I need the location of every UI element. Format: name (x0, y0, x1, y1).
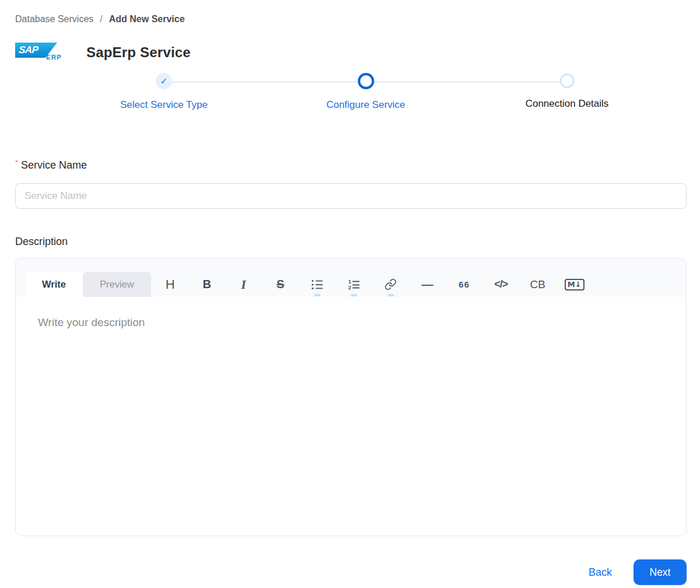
page-title: SapErp Service (86, 44, 191, 61)
ordered-list-button[interactable]: 1 2 (342, 273, 366, 296)
stepper: ✓ Select Service Type Configure Service … (15, 73, 687, 129)
description-label: Description (15, 236, 687, 248)
step-label-configure-service: Configure Service (326, 99, 405, 111)
step-label-select-service-type: Select Service Type (120, 99, 208, 111)
breadcrumb-separator: / (100, 14, 102, 24)
editor-toolbar: H B I S 1 2 (159, 272, 586, 297)
step-active-circle (358, 73, 374, 89)
tooltip-artifact (351, 294, 357, 296)
svg-text:2: 2 (348, 285, 351, 290)
markdown-button[interactable]: M↓ (563, 273, 586, 296)
bullet-list-icon (311, 278, 324, 291)
svg-text:1: 1 (348, 278, 351, 284)
footer-actions: Back Next (15, 559, 687, 585)
link-icon (384, 278, 397, 290)
service-name-input[interactable] (15, 183, 687, 209)
code-block-button[interactable]: CB (526, 273, 550, 296)
breadcrumb-add-new-service: Add New Service (109, 14, 185, 24)
breadcrumb-database-services[interactable]: Database Services (15, 14, 93, 24)
step-pending-circle (559, 74, 574, 88)
strikethrough-icon: S (276, 278, 284, 291)
italic-button[interactable]: I (232, 273, 256, 296)
required-asterisk: * (15, 158, 18, 167)
service-header: SAP ERP SapErp Service (15, 40, 687, 65)
step-configure-service: Configure Service (326, 73, 405, 111)
inline-code-icon: </> (494, 278, 508, 290)
step-select-service-type: ✓ Select Service Type (120, 73, 208, 111)
inline-code-button[interactable]: </> (489, 273, 513, 296)
bold-icon: B (202, 278, 211, 291)
back-button[interactable]: Back (589, 566, 612, 579)
editor-toolbar-bar: Write Preview H B I S 1 (16, 258, 686, 297)
tab-preview[interactable]: Preview (83, 272, 151, 297)
link-button[interactable] (379, 273, 402, 296)
horizontal-rule-icon: — (422, 278, 433, 291)
step-connection-details: Connection Details (526, 73, 609, 110)
ordered-list-icon: 1 2 (348, 278, 360, 291)
sap-erp-logo: SAP ERP (15, 41, 71, 64)
description-editor: Write Preview H B I S 1 (15, 258, 687, 536)
step-completed-circle: ✓ (156, 73, 172, 89)
heading-button[interactable]: H (159, 273, 182, 296)
horizontal-rule-button[interactable]: — (416, 273, 439, 296)
tooltip-artifact (387, 294, 394, 296)
quote-button[interactable]: 66 (453, 273, 476, 296)
bold-button[interactable]: B (195, 273, 219, 296)
sap-logo-erp-text: ERP (46, 54, 62, 61)
heading-icon: H (166, 277, 175, 292)
step-label-connection-details: Connection Details (526, 98, 609, 110)
service-name-label-text: Service Name (21, 159, 87, 171)
editor-body (16, 297, 686, 536)
check-icon: ✓ (160, 76, 168, 86)
breadcrumb: Database Services / Add New Service (15, 14, 687, 24)
bullet-list-button[interactable] (306, 273, 329, 296)
description-textarea[interactable] (16, 297, 686, 536)
strikethrough-button[interactable]: S (269, 273, 292, 296)
tab-write[interactable]: Write (25, 272, 83, 297)
quote-icon: 66 (459, 279, 470, 289)
code-block-icon: CB (530, 278, 545, 291)
italic-icon: I (241, 277, 246, 292)
tooltip-artifact (314, 294, 320, 296)
next-button[interactable]: Next (634, 559, 687, 585)
markdown-icon: M↓ (565, 279, 584, 290)
add-service-page: Database Services / Add New Service SAP … (0, 0, 700, 585)
sap-logo-text: SAP (18, 44, 38, 56)
service-name-label: *Service Name (15, 158, 687, 172)
